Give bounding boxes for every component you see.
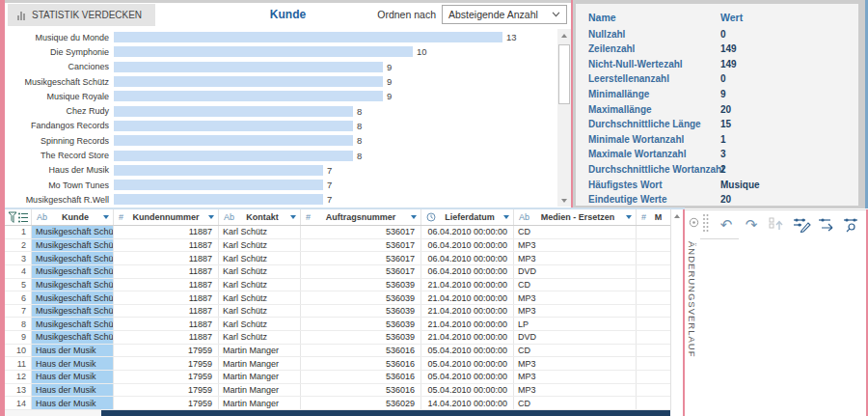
table-cell[interactable]: MP3 bbox=[514, 384, 637, 397]
table-cell[interactable]: 06.04.2010 00:00:00 bbox=[421, 265, 514, 278]
table-cell[interactable]: 536017 bbox=[301, 265, 421, 278]
table-cell[interactable]: 11887 bbox=[114, 226, 219, 238]
table-cell[interactable] bbox=[637, 265, 670, 278]
table-cell[interactable]: CD bbox=[514, 397, 637, 409]
bar[interactable] bbox=[114, 91, 383, 101]
pin-icon[interactable] bbox=[689, 214, 699, 232]
table-cell[interactable]: Musikgeschäft Schütz bbox=[32, 226, 114, 238]
table-cell[interactable]: MP3 bbox=[514, 371, 637, 383]
table-cell[interactable]: 21.04.2010 00:00:00 bbox=[421, 279, 514, 291]
table-cell[interactable]: 536039 bbox=[301, 331, 421, 344]
bar[interactable] bbox=[114, 106, 353, 117]
table-cell[interactable]: 06.04.2010 00:00:00 bbox=[421, 252, 514, 264]
table-cell[interactable] bbox=[637, 384, 670, 397]
table-cell[interactable]: 21.04.2010 00:00:00 bbox=[421, 305, 514, 318]
table-cell[interactable]: 536017 bbox=[301, 239, 421, 252]
bar[interactable] bbox=[114, 76, 383, 87]
column-header-lieferdatum[interactable]: Lieferdatum bbox=[421, 209, 514, 225]
column-header-kunde[interactable]: AbKunde bbox=[32, 209, 114, 225]
table-cell[interactable]: 11887 bbox=[114, 239, 219, 252]
table-cell[interactable]: MP3 bbox=[514, 305, 637, 318]
filter-arrow-icon[interactable] bbox=[411, 215, 417, 219]
table-cell[interactable]: 536016 bbox=[301, 384, 421, 397]
order-by-dropdown[interactable]: Absteigende Anzahl bbox=[442, 5, 567, 24]
table-cell[interactable]: 11887 bbox=[114, 331, 219, 344]
table-cell[interactable]: MP3 bbox=[514, 291, 637, 304]
edit-transformation-icon[interactable] bbox=[791, 214, 812, 236]
table-cell[interactable]: MP3 bbox=[514, 239, 637, 252]
table-cell[interactable]: 14.04.2010 00:00:00 bbox=[421, 397, 514, 409]
table-cell[interactable]: 06.04.2010 00:00:00 bbox=[421, 226, 514, 238]
table-cell[interactable]: Karl Schütz bbox=[219, 291, 301, 304]
table-cell[interactable] bbox=[637, 305, 670, 318]
row-number-cell[interactable]: 13 bbox=[5, 384, 32, 397]
table-cell[interactable] bbox=[637, 226, 670, 238]
table-cell[interactable]: MP3 bbox=[514, 252, 637, 264]
table-cell[interactable]: 11887 bbox=[114, 318, 219, 330]
table-cell[interactable]: 17959 bbox=[114, 384, 219, 397]
table-cell[interactable]: DVD bbox=[514, 331, 637, 344]
table-cell[interactable]: Karl Schütz bbox=[219, 252, 301, 264]
table-cell[interactable]: 11887 bbox=[114, 291, 219, 304]
table-cell[interactable]: 05.04.2010 00:00:00 bbox=[421, 371, 514, 383]
table-cell[interactable]: Musikgeschäft Schütz bbox=[32, 291, 114, 304]
row-number-cell[interactable]: 9 bbox=[5, 331, 32, 344]
table-cell[interactable]: Musikgeschäft Schütz bbox=[32, 239, 114, 252]
table-cell[interactable]: Haus der Musik bbox=[32, 345, 114, 357]
table-cell[interactable]: CD bbox=[514, 345, 637, 357]
row-number-cell[interactable]: 3 bbox=[5, 252, 32, 264]
scroll-up-icon[interactable] bbox=[557, 29, 571, 42]
bar[interactable] bbox=[114, 165, 323, 176]
table-cell[interactable]: 536039 bbox=[301, 318, 421, 330]
table-cell[interactable]: 536016 bbox=[301, 357, 421, 370]
table-horizontal-scrollbar[interactable] bbox=[5, 410, 670, 416]
table-cell[interactable]: 05.04.2010 00:00:00 bbox=[421, 357, 514, 370]
filter-arrow-icon[interactable] bbox=[103, 215, 109, 219]
table-cell[interactable] bbox=[637, 252, 670, 264]
row-number-cell[interactable]: 6 bbox=[5, 291, 32, 304]
drag-handle-icon[interactable] bbox=[702, 213, 709, 238]
redo-icon[interactable]: ↷ bbox=[741, 214, 762, 236]
filter-arrow-icon[interactable] bbox=[626, 215, 632, 219]
row-number-cell[interactable]: 10 bbox=[5, 345, 32, 357]
table-cell[interactable]: 536029 bbox=[301, 397, 421, 409]
table-cell[interactable]: 21.04.2010 00:00:00 bbox=[421, 291, 514, 304]
table-cell[interactable]: Musikgeschäft Schütz bbox=[32, 279, 114, 291]
table-cell[interactable]: Karl Schütz bbox=[219, 279, 301, 291]
bar[interactable] bbox=[114, 180, 323, 190]
table-cell[interactable] bbox=[637, 397, 670, 409]
table-cell[interactable]: 05.04.2010 00:00:00 bbox=[421, 345, 514, 357]
table-cell[interactable]: Haus der Musik bbox=[32, 371, 114, 383]
table-cell[interactable]: Martin Manger bbox=[219, 345, 301, 357]
table-cell[interactable]: 11887 bbox=[114, 279, 219, 291]
table-cell[interactable]: Martin Manger bbox=[219, 371, 301, 383]
table-cell[interactable]: Haus der Musik bbox=[32, 384, 114, 397]
table-cell[interactable]: 06.04.2010 00:00:00 bbox=[421, 239, 514, 252]
undo-icon[interactable]: ↶ bbox=[716, 214, 737, 236]
table-cell[interactable] bbox=[637, 291, 670, 304]
row-number-cell[interactable]: 8 bbox=[5, 318, 32, 330]
table-cell[interactable] bbox=[637, 239, 670, 252]
table-scroll-up-icon[interactable] bbox=[671, 209, 683, 222]
table-cell[interactable]: Karl Schütz bbox=[219, 265, 301, 278]
chart-scrollbar[interactable] bbox=[557, 29, 571, 207]
table-cell[interactable]: Karl Schütz bbox=[219, 226, 301, 238]
table-cell[interactable]: Karl Schütz bbox=[219, 305, 301, 318]
row-number-cell[interactable]: 1 bbox=[5, 226, 32, 238]
filter-arrow-icon[interactable] bbox=[503, 215, 509, 219]
table-cell[interactable]: 11887 bbox=[114, 252, 219, 264]
table-cell[interactable]: Haus der Musik bbox=[32, 357, 114, 370]
bar[interactable] bbox=[114, 46, 413, 57]
table-cell[interactable]: Karl Schütz bbox=[219, 239, 301, 252]
table-cell[interactable]: 536017 bbox=[301, 226, 421, 238]
column-header-kundennummer[interactable]: #Kundennummer bbox=[114, 209, 219, 225]
select-transformation-icon[interactable] bbox=[841, 214, 862, 236]
row-number-cell[interactable]: 14 bbox=[5, 397, 32, 409]
table-cell[interactable]: 11887 bbox=[114, 265, 219, 278]
row-number-cell[interactable]: 7 bbox=[5, 305, 32, 318]
column-header-auftragsnummer[interactable]: #Auftragsnummer bbox=[301, 209, 421, 225]
table-cell[interactable]: Musikgeschäft Schütz bbox=[32, 331, 114, 344]
bar[interactable] bbox=[114, 32, 502, 42]
table-cell[interactable]: Musikgeschäft Schütz bbox=[32, 305, 114, 318]
table-cell[interactable]: LP bbox=[514, 318, 637, 330]
